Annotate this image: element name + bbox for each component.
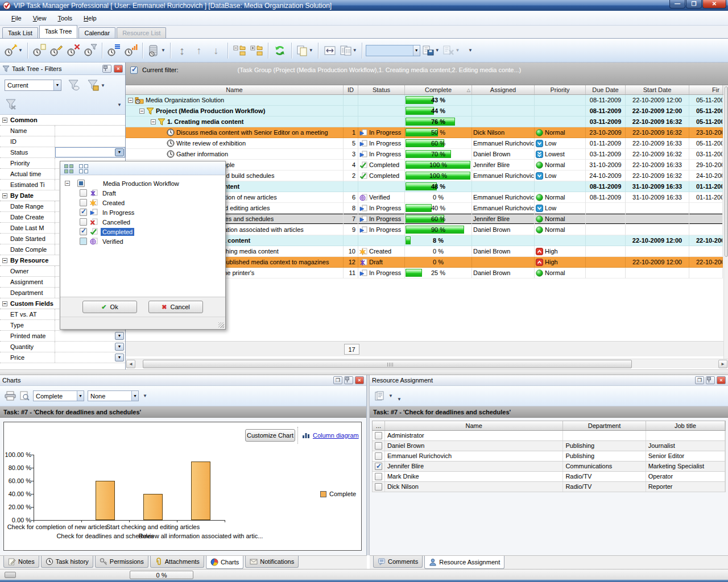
assign-checkbox[interactable] (375, 483, 382, 490)
checkbox[interactable] (80, 218, 87, 226)
task-row[interactable]: Gather information3In Progress70 %Daniel… (126, 149, 728, 160)
task-sort-icon[interactable] (123, 41, 139, 60)
status-tree-root[interactable]: −Media Production Workflow (60, 178, 225, 188)
filter-field-value[interactable] (55, 136, 125, 147)
collapse-icon[interactable]: − (2, 118, 7, 123)
tab-task-history[interactable]: Task history (41, 556, 93, 568)
paste-icon[interactable]: ▼ (295, 41, 315, 60)
chevron-down-icon[interactable]: ▼ (77, 391, 84, 401)
report-icon[interactable] (374, 391, 384, 401)
clear-filter-icon[interactable] (5, 98, 18, 111)
tab-permissions[interactable]: Permissions (95, 556, 148, 568)
save-filter-icon[interactable]: ▼ (86, 78, 105, 92)
column-header-id[interactable]: ID (344, 85, 358, 94)
root-checkbox[interactable] (77, 180, 85, 187)
status-option-cancelled[interactable]: Cancelled (60, 217, 225, 227)
task-row[interactable]: Write review of exhibition5In Progress60… (126, 138, 728, 149)
chevron-down-icon[interactable]: ▼ (53, 80, 61, 90)
cancel-button[interactable]: ✖Cancel (148, 301, 203, 313)
apply-filter-icon[interactable] (67, 78, 81, 92)
scroll-left-icon[interactable]: ◄ (126, 360, 135, 368)
checkbox[interactable] (80, 228, 87, 235)
filter-field-price[interactable]: Price▼ (0, 352, 125, 363)
menu-view[interactable]: View (28, 13, 51, 23)
assign-checkbox[interactable] (375, 442, 382, 450)
toolbar-overflow-icon[interactable]: ▼ (462, 41, 478, 60)
assign-checkbox[interactable] (375, 463, 382, 470)
resource-row[interactable]: Dick NilsonRadio/TVReporter (372, 482, 726, 492)
status-option-in-progress[interactable]: In Progress (60, 207, 225, 217)
resize-grip[interactable] (218, 322, 224, 328)
resize-rows-icon[interactable]: ↕ (174, 41, 190, 60)
collapse-icon[interactable]: − (65, 181, 70, 186)
resource-column-job-title[interactable]: Job title (646, 421, 725, 430)
scroll-right-icon[interactable]: ► (718, 360, 727, 368)
check-all-icon[interactable] (63, 163, 75, 173)
task-row[interactable]: Discuss media content with Senior Editor… (126, 127, 728, 138)
collapse-icon[interactable]: − (2, 301, 7, 306)
assign-checkbox[interactable] (375, 432, 382, 439)
move-down-icon[interactable]: ↓ (208, 41, 224, 60)
column-header-priority[interactable]: Priority (535, 85, 586, 94)
chart-group-combo[interactable]: None▼ (88, 390, 139, 401)
filter-tasks-icon[interactable] (82, 41, 98, 60)
tab-calendar[interactable]: Calendar (78, 27, 115, 38)
status-option-completed[interactable]: Completed (60, 227, 225, 236)
edit-task-icon[interactable] (48, 41, 64, 60)
resource-row[interactable]: Jennifer BlireCommunicationsMarketing Sp… (372, 462, 726, 472)
filter-field-value[interactable]: ▼ (55, 352, 125, 363)
horizontal-scrollbar[interactable]: ◄ ► (126, 359, 728, 368)
toolbar-overflow-icon[interactable]: ▼ (117, 102, 122, 107)
checkbox[interactable] (80, 238, 87, 245)
resource-row[interactable]: Daniel BrownPublishingJournalist (372, 441, 726, 451)
menu-help[interactable]: Help (79, 13, 101, 23)
column-diagram-link[interactable]: Column diagram (302, 431, 359, 439)
filter-field-status[interactable]: Status▼ (0, 147, 125, 158)
pin-icon[interactable] (344, 376, 353, 384)
vertical-scrollbar[interactable] (723, 85, 728, 359)
status-option-created[interactable]: Created (60, 198, 225, 207)
ok-button[interactable]: ✔Ok (82, 301, 137, 313)
collapse-icon[interactable]: − (2, 193, 7, 198)
current-filter-checkbox[interactable] (130, 66, 138, 74)
status-option-verified[interactable]: Verified (60, 236, 225, 246)
tab-resource-list[interactable]: Resource List (117, 27, 166, 38)
column-header-name[interactable]: Name (126, 85, 344, 94)
toolbar-overflow-icon[interactable]: ▼ (397, 397, 402, 402)
filter-field-name[interactable]: Name (0, 126, 125, 136)
pin-icon[interactable] (706, 376, 715, 384)
new-task-icon[interactable]: ▼ (3, 41, 24, 60)
restore-panel-icon[interactable]: ❐ (695, 376, 704, 384)
tab-resource-assignment[interactable]: Resource Assignment (424, 556, 504, 569)
duplicate-task-icon[interactable] (31, 41, 47, 60)
chevron-down-icon[interactable]: ▼ (413, 45, 420, 56)
expand-all-icon[interactable] (249, 41, 264, 60)
column-header-start-date[interactable]: Start Date (626, 85, 689, 94)
delete-view-icon[interactable]: ▼ (442, 41, 461, 60)
resource-row[interactable]: Mark DnikeRadio/TVOperator (372, 472, 726, 482)
chevron-down-icon[interactable]: ▼ (115, 343, 124, 351)
customize-chart-button[interactable]: Customize Chart (245, 429, 295, 442)
status-option-draft[interactable]: Draft (60, 188, 225, 198)
refresh-icon[interactable] (272, 41, 288, 60)
tab-notes[interactable]: Notes (3, 556, 39, 568)
tab-charts[interactable]: Charts (206, 556, 243, 569)
print-icon[interactable] (5, 391, 16, 401)
chevron-down-icon[interactable]: ▼ (115, 148, 124, 156)
expand-icon[interactable]: − (128, 98, 133, 103)
chevron-down-icon[interactable]: ▼ (131, 391, 138, 401)
tab-attachments[interactable]: Attachments (150, 556, 204, 568)
restore-panel-icon[interactable]: ❐ (333, 376, 342, 384)
pin-icon[interactable] (102, 65, 111, 73)
column-header-fir[interactable]: Fir (689, 85, 723, 94)
horizontal-splitter[interactable] (0, 369, 728, 375)
column-header-complete[interactable]: Complete△ (405, 85, 472, 94)
column-header-status[interactable]: Status (358, 85, 405, 94)
resource-row[interactable]: Administrator (372, 431, 726, 441)
resource-column-name[interactable]: Name (385, 421, 563, 430)
task-row[interactable]: −Project (Media Production Workflow)44 %… (126, 106, 728, 117)
hscroll-thumb[interactable] (143, 360, 632, 368)
filter-field-printed-mate[interactable]: Printed mate▼ (0, 331, 125, 342)
task-row[interactable]: −Media Organization Solution43 %08-11-20… (126, 95, 728, 106)
filter-preset-combo[interactable]: Current ▼ (5, 80, 61, 91)
